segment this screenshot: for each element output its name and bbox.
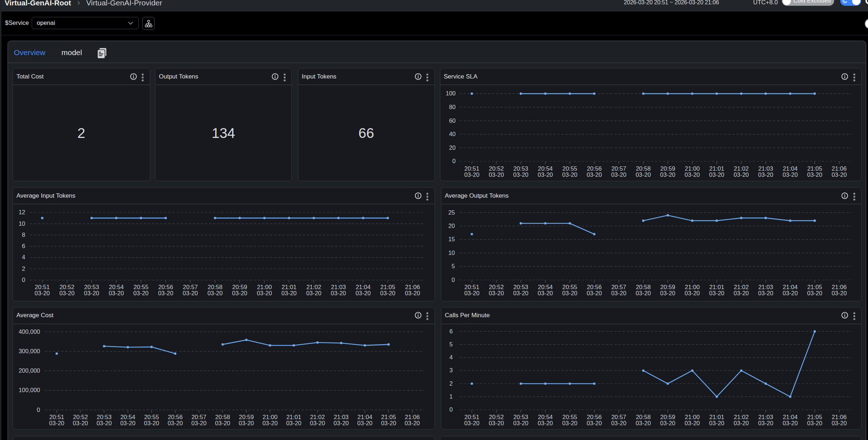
svg-text:0: 0 bbox=[22, 277, 25, 283]
svg-text:21:05: 21:05 bbox=[807, 413, 822, 420]
svg-text:03-20: 03-20 bbox=[660, 290, 675, 296]
svg-text:20:57: 20:57 bbox=[191, 413, 206, 420]
svg-text:03-20: 03-20 bbox=[709, 419, 724, 426]
svg-text:03-20: 03-20 bbox=[807, 419, 822, 426]
svg-text:20:56: 20:56 bbox=[587, 165, 601, 172]
svg-text:03-20: 03-20 bbox=[734, 419, 749, 426]
svg-text:25: 25 bbox=[448, 209, 455, 216]
svg-text:03-20: 03-20 bbox=[405, 419, 420, 426]
svg-text:0: 0 bbox=[449, 406, 453, 413]
svg-text:20:51: 20:51 bbox=[35, 284, 49, 290]
svg-text:20: 20 bbox=[449, 144, 455, 151]
svg-text:03-20: 03-20 bbox=[464, 290, 479, 296]
svg-text:100: 100 bbox=[445, 90, 455, 96]
svg-text:21:04: 21:04 bbox=[357, 413, 372, 420]
svg-text:03-20: 03-20 bbox=[587, 290, 602, 296]
svg-text:03-20: 03-20 bbox=[538, 419, 553, 426]
svg-text:21:01: 21:01 bbox=[709, 165, 724, 172]
svg-text:10: 10 bbox=[18, 220, 25, 227]
svg-text:100,000: 100,000 bbox=[18, 387, 40, 393]
svg-text:03-20: 03-20 bbox=[405, 290, 420, 296]
svg-text:03-20: 03-20 bbox=[84, 290, 99, 296]
svg-text:03-20: 03-20 bbox=[262, 419, 277, 426]
svg-text:21:06: 21:06 bbox=[832, 165, 846, 172]
svg-text:21:04: 21:04 bbox=[783, 165, 797, 172]
svg-text:40: 40 bbox=[449, 131, 455, 137]
svg-text:21:05: 21:05 bbox=[807, 165, 822, 172]
svg-text:20:54: 20:54 bbox=[538, 413, 552, 420]
svg-text:03-20: 03-20 bbox=[380, 290, 395, 296]
svg-text:03-20: 03-20 bbox=[660, 419, 675, 426]
svg-text:03-20: 03-20 bbox=[49, 419, 64, 426]
svg-text:03-20: 03-20 bbox=[489, 171, 504, 178]
svg-text:03-20: 03-20 bbox=[831, 171, 846, 178]
svg-text:03-20: 03-20 bbox=[562, 290, 577, 296]
svg-text:03-20: 03-20 bbox=[144, 419, 159, 426]
svg-text:21:03: 21:03 bbox=[758, 165, 773, 172]
svg-text:20:56: 20:56 bbox=[587, 413, 601, 420]
svg-text:03-20: 03-20 bbox=[59, 290, 74, 296]
svg-text:03-20: 03-20 bbox=[685, 171, 700, 178]
svg-text:21:01: 21:01 bbox=[286, 413, 301, 420]
svg-text:03-20: 03-20 bbox=[158, 290, 173, 296]
svg-text:03-20: 03-20 bbox=[636, 419, 651, 426]
svg-text:03-20: 03-20 bbox=[168, 419, 183, 426]
svg-text:20:52: 20:52 bbox=[489, 284, 503, 290]
svg-text:03-20: 03-20 bbox=[831, 290, 846, 296]
svg-text:03-20: 03-20 bbox=[562, 171, 577, 178]
svg-text:20:59: 20:59 bbox=[239, 413, 254, 420]
svg-text:20:52: 20:52 bbox=[489, 413, 503, 420]
svg-text:03-20: 03-20 bbox=[331, 290, 346, 296]
svg-text:03-20: 03-20 bbox=[133, 290, 148, 296]
svg-text:2: 2 bbox=[449, 380, 453, 386]
svg-text:03-20: 03-20 bbox=[807, 171, 822, 178]
svg-text:20:53: 20:53 bbox=[84, 284, 99, 290]
svg-text:20:59: 20:59 bbox=[660, 284, 675, 290]
svg-text:03-20: 03-20 bbox=[685, 419, 700, 426]
svg-text:20:52: 20:52 bbox=[73, 413, 88, 420]
svg-text:20:57: 20:57 bbox=[611, 413, 626, 420]
svg-text:60: 60 bbox=[449, 117, 455, 124]
svg-text:20:59: 20:59 bbox=[232, 284, 247, 290]
svg-text:21:03: 21:03 bbox=[758, 284, 773, 290]
svg-text:20:55: 20:55 bbox=[562, 284, 577, 290]
svg-text:21:00: 21:00 bbox=[685, 165, 699, 172]
svg-text:03-20: 03-20 bbox=[709, 290, 724, 296]
svg-text:03-20: 03-20 bbox=[538, 290, 553, 296]
svg-text:21:02: 21:02 bbox=[310, 413, 325, 420]
svg-text:400,000: 400,000 bbox=[18, 328, 40, 335]
svg-text:20:58: 20:58 bbox=[215, 413, 230, 420]
svg-text:03-20: 03-20 bbox=[611, 290, 626, 296]
svg-text:21:03: 21:03 bbox=[758, 413, 773, 420]
svg-text:21:05: 21:05 bbox=[380, 284, 395, 290]
svg-text:03-20: 03-20 bbox=[108, 290, 124, 296]
svg-text:03-20: 03-20 bbox=[734, 290, 749, 296]
svg-text:3: 3 bbox=[449, 367, 453, 373]
svg-text:03-20: 03-20 bbox=[513, 290, 528, 296]
svg-text:03-20: 03-20 bbox=[587, 171, 602, 178]
svg-text:0: 0 bbox=[451, 277, 455, 283]
svg-text:20:53: 20:53 bbox=[513, 284, 528, 290]
svg-text:20:58: 20:58 bbox=[636, 413, 650, 420]
svg-text:21:03: 21:03 bbox=[334, 413, 348, 420]
svg-text:1: 1 bbox=[449, 393, 453, 399]
svg-text:03-20: 03-20 bbox=[281, 290, 297, 296]
svg-text:12: 12 bbox=[18, 209, 25, 215]
svg-text:0: 0 bbox=[452, 158, 455, 164]
svg-text:21:06: 21:06 bbox=[405, 284, 420, 290]
svg-text:8: 8 bbox=[22, 232, 25, 238]
svg-text:03-20: 03-20 bbox=[239, 419, 254, 426]
svg-text:21:06: 21:06 bbox=[405, 413, 419, 420]
svg-text:03-20: 03-20 bbox=[232, 290, 247, 296]
svg-text:03-20: 03-20 bbox=[782, 171, 797, 178]
svg-text:4: 4 bbox=[22, 254, 25, 260]
svg-text:03-20: 03-20 bbox=[464, 419, 479, 426]
svg-text:20: 20 bbox=[448, 223, 455, 229]
svg-text:2: 2 bbox=[22, 265, 25, 272]
svg-text:03-20: 03-20 bbox=[758, 290, 773, 296]
svg-text:03-20: 03-20 bbox=[183, 290, 198, 296]
svg-text:20:59: 20:59 bbox=[660, 413, 675, 420]
svg-text:03-20: 03-20 bbox=[355, 290, 370, 296]
svg-text:03-20: 03-20 bbox=[489, 419, 504, 426]
svg-text:03-20: 03-20 bbox=[562, 419, 577, 426]
